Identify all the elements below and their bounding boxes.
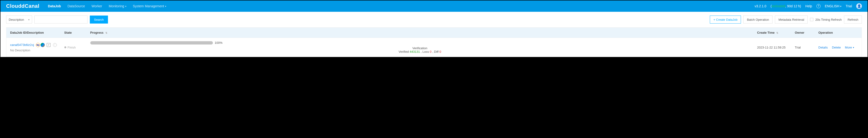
help-icon[interactable]: ? <box>816 4 820 8</box>
top-nav-bar: ClouddCanal DataJob DataSource Worker Mo… <box>0 0 868 12</box>
chevron-down-icon: ▾ <box>125 5 126 7</box>
verified-count: 443131 <box>410 50 420 54</box>
datasource-icons: My <box>36 43 45 47</box>
column-header-operation: Operation <box>815 28 862 38</box>
column-header-owner: Owner <box>791 28 815 38</box>
nav-system-management[interactable]: System Management ▾ <box>133 4 166 8</box>
table-row: canal5473b6iz2oj My ✓ i No Description <box>6 38 862 57</box>
chevron-down-icon: ▾ <box>165 5 166 7</box>
top-right-area: v3.2.1.0 (Activated, 90d 12 h) Help ? EN… <box>754 3 862 9</box>
version-label: v3.2.1.0 <box>754 4 766 8</box>
column-header-create-time[interactable]: Create Time ⇅ <box>753 28 791 38</box>
chevron-down-icon: ▾ <box>840 5 841 7</box>
diff-count: 0 <box>439 50 441 54</box>
license-duration: 90d 12 h <box>787 4 800 8</box>
timing-refresh-label: 20s Timing Refresh <box>815 18 842 22</box>
nav-worker[interactable]: Worker <box>91 4 102 8</box>
timing-refresh-toggle[interactable]: 20s Timing Refresh <box>810 18 842 22</box>
check-icon[interactable]: ✓ <box>47 43 51 47</box>
brand-logo: ClouddCanal <box>6 3 39 9</box>
main-nav: DataJob DataSource Worker Monitoring ▾ S… <box>48 4 754 8</box>
action-row: Description ▾ Search + Create DataJob Ba… <box>0 12 868 27</box>
progress-cell: 100% Verification Verified 443131 , Loss… <box>90 41 750 54</box>
license-status: Activated <box>772 4 785 8</box>
sort-icon: ⇅ <box>776 32 778 34</box>
chevron-down-icon: ▾ <box>28 19 29 21</box>
progress-percent: 100% <box>215 41 222 44</box>
owner-cell: Trial <box>791 38 815 57</box>
state-cell: Finish <box>64 46 83 49</box>
language-select[interactable]: ENGLISH ▾ <box>825 4 841 8</box>
nav-datasource[interactable]: DataSource <box>67 4 85 8</box>
metadata-retrieval-button[interactable]: Metadata Retrieval <box>775 15 808 24</box>
nav-monitoring-label: Monitoring <box>109 4 124 8</box>
nav-monitoring[interactable]: Monitoring ▾ <box>109 4 126 8</box>
column-header-state: State <box>61 28 87 38</box>
batch-operation-button[interactable]: Batch Operation <box>743 15 773 24</box>
progress-stage: Verification <box>90 46 750 50</box>
info-icon[interactable]: i <box>53 43 57 47</box>
search-input[interactable] <box>34 15 88 24</box>
mysql-icon: My <box>36 43 40 47</box>
state-dot-icon <box>64 46 66 48</box>
details-link[interactable]: Details <box>818 46 828 49</box>
help-link[interactable]: Help <box>805 4 812 8</box>
progress-fill <box>90 41 213 44</box>
column-header-id: DataJob ID/Description <box>6 28 61 38</box>
progress-bar: 100% <box>90 41 213 44</box>
filter-field-select[interactable]: Description ▾ <box>6 15 32 24</box>
datajob-id-link[interactable]: canal5473b6iz2oj <box>10 43 34 47</box>
filter-field-label: Description <box>9 18 24 22</box>
create-time-cell: 2023-11-22 11:59:25 <box>753 38 791 57</box>
checkbox-icon <box>810 18 813 21</box>
column-header-progress[interactable]: Progress ⇅ <box>87 28 753 38</box>
progress-detail: Verified 443131 , Loss 0 , Diff 0 <box>90 50 750 54</box>
nav-datajob[interactable]: DataJob <box>48 4 61 8</box>
datajob-description: No Description <box>10 48 57 52</box>
delete-link[interactable]: Delete <box>832 46 841 49</box>
datajob-table: DataJob ID/Description State Progress ⇅ … <box>6 27 862 57</box>
refresh-button[interactable]: Refresh <box>844 15 862 24</box>
create-datajob-button[interactable]: + Create DataJob <box>710 15 741 24</box>
language-label: ENGLISH <box>825 4 839 8</box>
nav-sysmgmt-label: System Management <box>133 4 164 8</box>
search-button[interactable]: Search <box>90 15 108 24</box>
target-db-icon <box>40 43 45 47</box>
sort-icon: ⇅ <box>105 32 107 34</box>
chevron-down-icon: ▾ <box>853 46 854 49</box>
avatar[interactable]: 👤 <box>856 3 862 9</box>
more-dropdown[interactable]: More ▾ <box>845 46 854 49</box>
state-label: Finish <box>68 46 76 49</box>
license-info: (Activated, 90d 12 h) <box>771 4 801 8</box>
user-name: Trial <box>846 4 852 8</box>
